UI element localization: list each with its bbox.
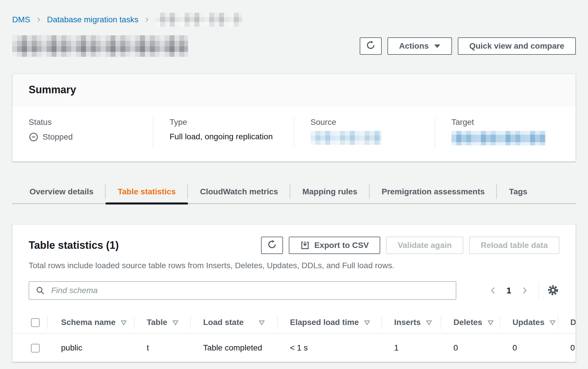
cell-schema-name: public <box>47 333 134 362</box>
breadcrumb: DMS Database migration tasks <box>12 13 576 27</box>
tab-cloudwatch-metrics[interactable]: CloudWatch metrics <box>188 180 290 203</box>
table-statistics-description: Total rows include loaded source table r… <box>12 261 576 270</box>
breadcrumb-current-task-redacted <box>155 13 242 27</box>
refresh-table-stats-button[interactable] <box>261 237 283 254</box>
table-controls-row: 1 <box>12 281 576 300</box>
stopped-status-icon <box>29 132 38 142</box>
target-label: Target <box>451 118 564 127</box>
refresh-icon <box>366 40 376 52</box>
column-header-table[interactable]: Table <box>134 311 190 333</box>
table-row: public t Table completed < 1 s 1 0 0 0 <box>12 333 576 362</box>
column-header-schema-name[interactable]: Schema name <box>47 311 134 333</box>
summary-card: Summary Status Stopped Type Full load, o… <box>12 74 576 162</box>
page-action-buttons: Actions Quick view and compare <box>354 37 576 55</box>
summary-field-target: Target <box>435 118 576 147</box>
page-number-button[interactable]: 1 <box>506 286 511 295</box>
type-value: Full load, ongoing replication <box>170 132 282 141</box>
column-header-load-state[interactable]: Load state <box>190 311 277 333</box>
tab-overview-details[interactable]: Overview details <box>17 180 106 203</box>
cell-table: t <box>134 333 190 362</box>
status-value: Stopped <box>43 132 73 142</box>
column-header-deletes[interactable]: Deletes <box>441 311 500 333</box>
sort-icon <box>364 320 370 325</box>
next-page-button[interactable] <box>518 284 531 297</box>
breadcrumb-chevron-icon <box>144 17 150 23</box>
summary-title: Summary <box>29 84 559 96</box>
cell-ddls: 0 <box>558 333 576 362</box>
column-header-inserts[interactable]: Inserts <box>381 311 441 333</box>
cell-inserts: 1 <box>381 333 441 362</box>
reload-table-data-button[interactable]: Reload table data <box>469 237 559 254</box>
sort-icon <box>172 320 179 325</box>
table-statistics-card: Table statistics (1) <box>12 224 576 362</box>
pagination-divider <box>539 282 539 299</box>
sort-icon <box>121 320 127 325</box>
cell-deletes: 0 <box>441 333 500 362</box>
gear-icon <box>547 284 559 297</box>
refresh-icon <box>267 240 277 251</box>
summary-field-source: Source <box>294 118 435 147</box>
page-title-redacted <box>12 35 188 57</box>
quick-view-compare-button[interactable]: Quick view and compare <box>458 37 576 55</box>
breadcrumb-link-dms[interactable]: DMS <box>12 15 30 24</box>
sort-icon <box>550 320 556 325</box>
previous-page-button[interactable] <box>487 284 499 297</box>
export-to-csv-button[interactable]: Export to CSV <box>289 237 380 254</box>
tab-mapping-rules[interactable]: Mapping rules <box>290 180 370 203</box>
type-label: Type <box>170 118 282 127</box>
summary-body: Status Stopped Type Full load, ongoing r… <box>12 106 576 161</box>
summary-field-type: Type Full load, ongoing replication <box>153 118 294 147</box>
actions-menu-button[interactable]: Actions <box>387 37 452 55</box>
statistics-table-clip: Schema name Table Load state Elapsed loa… <box>12 311 576 362</box>
find-schema-input[interactable] <box>29 282 456 299</box>
validate-again-button[interactable]: Validate again <box>386 237 463 254</box>
source-label: Source <box>310 118 423 127</box>
schema-search-box <box>29 281 456 300</box>
sort-icon <box>259 320 265 325</box>
breadcrumb-link-migration-tasks[interactable]: Database migration tasks <box>47 15 138 24</box>
cell-load-state: Table completed <box>190 333 277 362</box>
tab-table-statistics[interactable]: Table statistics <box>106 180 188 203</box>
breadcrumb-chevron-icon <box>35 17 42 23</box>
table-statistics-title: Table statistics (1) <box>29 239 119 251</box>
search-icon <box>36 286 45 297</box>
select-all-checkbox[interactable] <box>31 318 40 327</box>
column-header-elapsed-load-time[interactable]: Elapsed load time <box>277 311 381 333</box>
tab-premigration-assessments[interactable]: Premigration assessments <box>370 180 497 203</box>
download-icon <box>300 241 310 250</box>
table-statistics-header: Table statistics (1) <box>12 237 576 254</box>
cell-updates: 0 <box>500 333 558 362</box>
summary-card-header: Summary <box>12 74 576 106</box>
table-preferences-gear-button[interactable] <box>547 284 559 297</box>
target-endpoint-redacted <box>451 131 545 145</box>
select-row-checkbox[interactable] <box>31 344 40 352</box>
column-header-ddls-clipped[interactable]: D <box>558 311 576 333</box>
pagination: 1 <box>487 282 559 299</box>
summary-field-status: Status Stopped <box>12 118 153 147</box>
dms-task-detail-page: DMS Database migration tasks Actions <box>0 0 588 362</box>
table-header-row: Schema name Table Load state Elapsed loa… <box>12 311 576 333</box>
cell-elapsed-load-time: < 1 s <box>277 333 381 362</box>
table-statistics-actions: Export to CSV Validate again Reload tabl… <box>261 237 559 254</box>
column-header-updates[interactable]: Updates <box>500 311 558 333</box>
task-detail-tabs: Overview details Table statistics CloudW… <box>12 180 576 204</box>
status-label: Status <box>29 118 141 127</box>
source-endpoint-redacted <box>310 131 381 145</box>
page-header: Actions Quick view and compare <box>12 35 576 57</box>
statistics-table: Schema name Table Load state Elapsed loa… <box>12 311 576 362</box>
sort-icon <box>426 320 432 325</box>
refresh-button[interactable] <box>360 37 382 55</box>
sort-icon <box>488 320 494 325</box>
caret-down-icon <box>434 44 440 48</box>
tab-tags[interactable]: Tags <box>497 180 539 203</box>
